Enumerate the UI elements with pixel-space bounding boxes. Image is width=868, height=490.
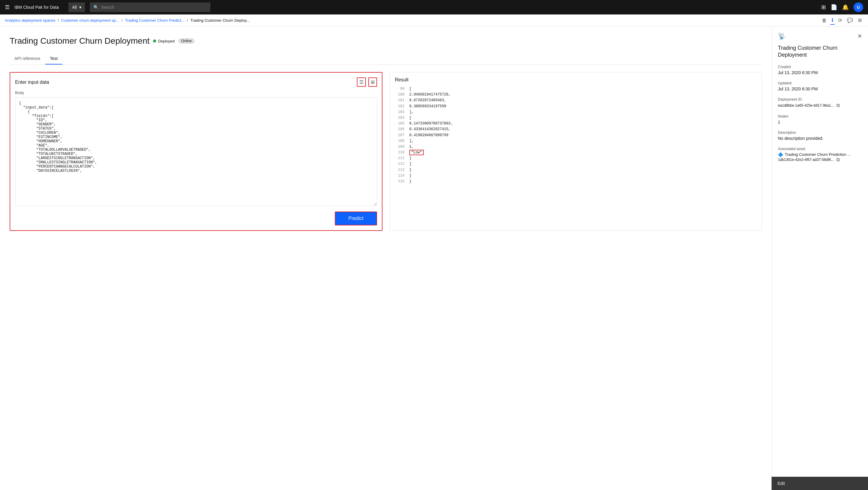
highlighted-value: "Low" (409, 150, 424, 155)
line-number: 104 (395, 115, 404, 121)
breadcrumb-link-2[interactable]: Customer churn deployment sp... (61, 18, 119, 23)
result-line: 113} (395, 167, 757, 173)
sidebar-header: 📡 ✕ (778, 33, 862, 40)
updated-value: Jul 13, 2020 6:30 PM (778, 87, 862, 91)
edit-bar[interactable]: Edit (772, 477, 868, 490)
asset-row: 🔷 Trading Customer Churn Prediction ... (778, 152, 862, 157)
result-line: 102 8.380569334197599 (395, 104, 757, 110)
predict-button[interactable]: Predict (335, 212, 377, 225)
page-title: Trading Customer Churn Deployment (10, 36, 150, 46)
asset-id-copy-btn[interactable]: ⧉ (836, 157, 840, 162)
nodes-label: Nodes (778, 114, 862, 118)
sidebar-updated-section: Updated Jul 13, 2020 6:30 PM (778, 81, 862, 91)
breadcrumb-actions: 🗑 ℹ ⟳ 💬 ⚙ (821, 16, 863, 25)
nodes-value: 1 (778, 120, 862, 124)
result-line: 105 0.14733009708737863, (395, 121, 757, 127)
sidebar-close-btn[interactable]: ✕ (858, 33, 862, 39)
created-value: Jul 13, 2020 6:30 PM (778, 70, 862, 75)
predict-btn-row: Predict (15, 212, 377, 225)
result-line: 111 ] (395, 155, 757, 161)
result-line: 115} (395, 179, 757, 184)
result-line: 99[ (395, 86, 757, 92)
all-selector-label: All (72, 5, 77, 10)
line-number: 112 (395, 161, 404, 167)
code-input[interactable]: { "input_data":[ { "fields":[ "ID", "GEN… (15, 97, 377, 206)
line-content: 0.14733009708737863, (409, 121, 453, 127)
line-number: 103 (395, 110, 404, 115)
line-number: 101 (395, 98, 404, 103)
line-number: 110 (395, 150, 404, 155)
asset-icon: 🔷 (778, 152, 783, 157)
sidebar-nodes-section: Nodes 1 (778, 114, 862, 124)
page-title-row: Trading Customer Churn Deployment Deploy… (10, 36, 762, 46)
list-view-btn[interactable]: ☰ (357, 78, 366, 87)
result-title: Result (395, 77, 757, 83)
edit-label: Edit (778, 481, 785, 486)
input-panel-title: Enter input data (15, 80, 49, 85)
result-line: 106 0.4336414362027415, (395, 127, 757, 132)
result-code: 99[100 2.9466019417475726,101 8.67282872… (395, 86, 757, 225)
line-content: ] (409, 173, 411, 179)
sidebar-created-section: Created Jul 13, 2020 6:30 PM (778, 65, 862, 75)
deployment-id-label: Deployment ID (778, 97, 862, 101)
history-button[interactable]: ⟳ (837, 16, 843, 25)
right-sidebar: 📡 ✕ Trading Customer Churn Deployment Cr… (772, 27, 868, 490)
grid-view-btn[interactable]: ⊞ (368, 78, 377, 87)
line-number: 100 (395, 92, 404, 98)
search-icon: 🔍 (93, 5, 98, 10)
deployment-id-value: ea1d8bbe-1a65-425e-b917-9ba1... (778, 103, 834, 108)
comment-button[interactable]: 💬 (846, 16, 854, 25)
all-selector[interactable]: All ▾ (68, 2, 85, 12)
menu-icon[interactable]: ☰ (5, 4, 10, 10)
share-button[interactable]: ⚙ (857, 16, 863, 25)
sidebar-deployment-id-section: Deployment ID ea1d8bbe-1a65-425e-b917-9b… (778, 97, 862, 108)
sidebar-description-section: Description No description provided. (778, 130, 862, 141)
tabs: API reference Test (10, 53, 762, 65)
content-area: Trading Customer Churn Deployment Deploy… (0, 27, 772, 490)
breadcrumb-link-1[interactable]: Analytics deployment spaces (5, 18, 56, 23)
tab-test[interactable]: Test (45, 53, 63, 64)
document-icon[interactable]: 📄 (831, 4, 837, 10)
input-panel: Enter input data ☰ ⊞ Body { "input_data"… (10, 72, 382, 231)
line-content: 8.67282872405483, (409, 98, 446, 103)
deployment-id-copy-btn[interactable]: ⧉ (836, 103, 840, 108)
line-content: ] (409, 161, 411, 167)
input-panel-header: Enter input data ☰ ⊞ (15, 78, 377, 87)
deployment-id-row: ea1d8bbe-1a65-425e-b917-9ba1... ⧉ (778, 103, 862, 108)
description-label: Description (778, 130, 862, 135)
breadcrumb-link-3[interactable]: Trading Customer Churn Predict... (125, 18, 184, 23)
result-line: 100 2.9466019417475726, (395, 92, 757, 98)
breadcrumb-bar: Analytics deployment spaces / Customer c… (0, 14, 868, 27)
line-content: 1, (409, 144, 413, 150)
updated-label: Updated (778, 81, 862, 85)
line-content: 8.380569334197599 (409, 104, 446, 110)
delete-button[interactable]: 🗑 (821, 16, 828, 25)
two-col: Enter input data ☰ ⊞ Body { "input_data"… (10, 72, 762, 231)
line-number: 107 (395, 132, 404, 138)
line-content: ], (409, 110, 413, 115)
notification-icon[interactable]: 🔔 (842, 4, 849, 10)
result-line: 108], (395, 138, 757, 144)
line-number: 102 (395, 104, 404, 110)
line-content: [ (409, 86, 411, 92)
apps-icon[interactable]: ⊞ (821, 4, 826, 10)
line-content: 0.4336414362027415, (409, 127, 451, 132)
result-line: 101 8.67282872405483, (395, 98, 757, 103)
line-number: 106 (395, 127, 404, 132)
avatar[interactable]: U (854, 2, 863, 12)
line-content: "Low" (409, 150, 424, 155)
tab-api-reference[interactable]: API reference (10, 53, 45, 64)
line-number: 114 (395, 173, 404, 179)
search-input[interactable] (101, 5, 207, 10)
line-number: 115 (395, 179, 404, 184)
info-button[interactable]: ℹ (830, 16, 835, 25)
line-content: 0.4190284667098799 (409, 132, 448, 138)
created-label: Created (778, 65, 862, 69)
line-content: ], (409, 138, 413, 144)
search-container: 🔍 (90, 2, 210, 12)
line-content: } (409, 179, 411, 184)
online-pill: Online (178, 38, 195, 44)
body-label: Body (15, 90, 377, 95)
line-number: 113 (395, 167, 404, 173)
result-line: 103], (395, 110, 757, 115)
